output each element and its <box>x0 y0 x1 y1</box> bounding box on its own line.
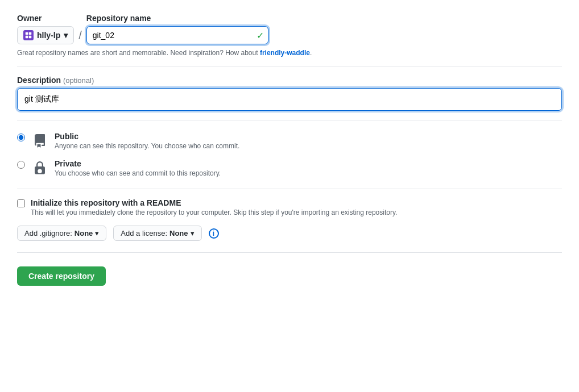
visibility-public-radio[interactable] <box>17 134 25 141</box>
visibility-private-option[interactable]: Private You choose who can see and commi… <box>17 159 562 177</box>
divider-1 <box>17 66 562 66</box>
readme-text: Initialize this repository with a README… <box>31 198 397 216</box>
visibility-section: Public Anyone can see this repository. Y… <box>17 132 562 177</box>
owner-label: Owner <box>17 14 74 23</box>
divider-4 <box>17 252 562 253</box>
visibility-private-text: Private You choose who can see and commi… <box>55 159 221 177</box>
license-value: None <box>169 229 188 237</box>
suggestion-link[interactable]: friendly-waddle <box>260 49 310 57</box>
svg-rect-1 <box>29 32 32 35</box>
valid-check-icon: ✓ <box>257 30 264 41</box>
visibility-public-title: Public <box>55 132 239 141</box>
description-optional: (optional) <box>63 76 94 85</box>
owner-select[interactable]: hlly-lp ▾ <box>17 26 74 44</box>
repo-public-icon <box>31 132 49 150</box>
license-arrow: ▾ <box>191 229 195 237</box>
repo-name-label: Repository name <box>86 14 268 23</box>
info-icon[interactable]: i <box>209 228 219 239</box>
extra-options: Add .gitignore: None ▾ Add a license: No… <box>17 226 562 241</box>
gitignore-value: None <box>75 229 93 237</box>
visibility-public-text: Public Anyone can see this repository. Y… <box>55 132 239 150</box>
visibility-public-option[interactable]: Public Anyone can see this repository. Y… <box>17 132 562 150</box>
repo-name-input[interactable] <box>86 26 268 44</box>
owner-dropdown-arrow: ▾ <box>64 31 68 40</box>
svg-rect-3 <box>29 36 32 39</box>
visibility-public-desc: Anyone can see this repository. You choo… <box>55 142 239 150</box>
gitignore-label: Add .gitignore: <box>24 229 72 237</box>
svg-rect-0 <box>26 32 28 35</box>
create-repository-button[interactable]: Create repository <box>17 266 106 286</box>
visibility-private-radio[interactable] <box>17 161 25 169</box>
slash-divider: / <box>78 26 82 44</box>
description-label: Description(optional) <box>17 76 562 85</box>
readme-section: Initialize this repository with a README… <box>17 198 562 241</box>
divider-2 <box>17 120 562 120</box>
readme-checkbox[interactable] <box>17 199 25 207</box>
repo-private-icon <box>31 159 49 177</box>
description-input[interactable] <box>17 88 562 111</box>
visibility-private-title: Private <box>55 159 221 168</box>
gitignore-dropdown[interactable]: Add .gitignore: None ▾ <box>17 226 106 241</box>
svg-rect-2 <box>26 36 28 39</box>
readme-desc: This will let you immediately clone the … <box>31 208 397 216</box>
readme-title: Initialize this repository with a README <box>31 198 397 207</box>
visibility-private-desc: You choose who can see and commit to thi… <box>55 169 221 177</box>
divider-3 <box>17 189 562 189</box>
readme-option[interactable]: Initialize this repository with a README… <box>17 198 562 216</box>
gitignore-arrow: ▾ <box>95 229 99 237</box>
owner-name: hlly-lp <box>37 31 60 40</box>
owner-avatar <box>23 30 34 40</box>
license-label: Add a license: <box>121 229 167 237</box>
hint-text: Great repository names are short and mem… <box>17 49 562 57</box>
license-dropdown[interactable]: Add a license: None ▾ <box>113 226 201 241</box>
